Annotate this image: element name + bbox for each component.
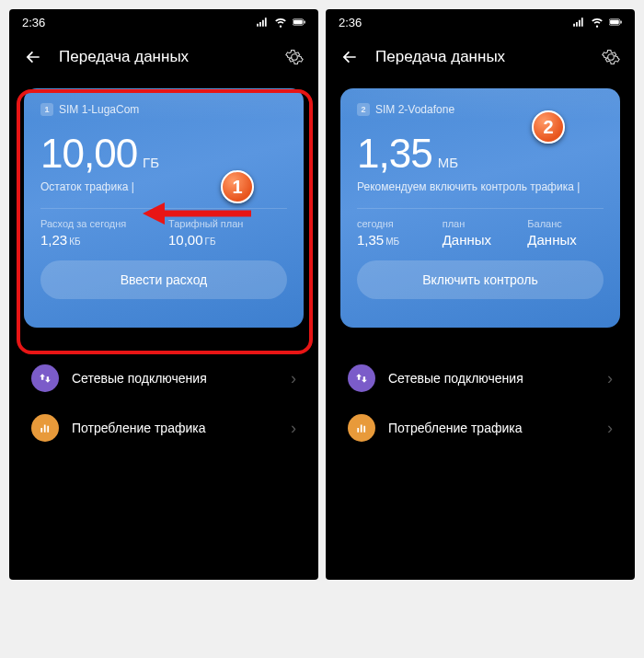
traffic-icon xyxy=(31,414,59,442)
stat-balance: Баланс Данных xyxy=(527,218,604,248)
page-title: Передача данных xyxy=(59,48,269,66)
divider xyxy=(357,208,604,209)
back-icon[interactable] xyxy=(24,48,42,66)
list-item-traffic[interactable]: Потребление трафика › xyxy=(31,403,296,453)
stat-label: план xyxy=(443,218,519,229)
chevron-right-icon: › xyxy=(607,419,613,438)
header: Передача данных xyxy=(326,35,635,79)
svg-rect-2 xyxy=(304,20,305,23)
stat-label: Расход за сегодня xyxy=(40,218,159,229)
card-action-label: Включить контроль xyxy=(422,272,538,287)
list-label: Сетевые подключения xyxy=(72,371,278,386)
stat-value: 10,00 xyxy=(168,232,203,248)
wifi-icon xyxy=(274,16,287,29)
stat-plan: план Данных xyxy=(443,218,519,248)
chevron-right-icon: › xyxy=(291,419,296,438)
page-title: Передача данных xyxy=(375,48,585,66)
stat-value: Данных xyxy=(527,232,576,248)
data-card-sim2[interactable]: 2 SIM 2-Vodafone 1,35 МБ Рекомендуем вкл… xyxy=(340,88,620,328)
clock: 2:36 xyxy=(22,16,45,29)
traffic-icon xyxy=(348,414,375,442)
phone-screen-2: 2:36 Передача данных 2 SIM 2-Vodafone 1,… xyxy=(326,9,635,580)
phone-screen-1: 2:36 Передача данных 1 SIM 1-LugaCom 10,… xyxy=(9,9,318,580)
list-label: Сетевые подключения xyxy=(388,371,594,386)
stat-label: Тарифный план xyxy=(168,218,287,229)
list-label: Потребление трафика xyxy=(72,421,278,435)
stat-today: сегодня 1,35МБ xyxy=(357,218,433,248)
back-icon[interactable] xyxy=(340,48,359,66)
battery-icon xyxy=(609,16,622,29)
card-action-label: Ввести расход xyxy=(121,272,208,287)
svg-rect-4 xyxy=(610,20,619,24)
list-item-network[interactable]: Сетевые подключения › xyxy=(31,353,296,403)
svg-rect-1 xyxy=(293,20,303,24)
statusbar: 2:36 xyxy=(9,9,318,35)
main-value: 1,35 МБ xyxy=(357,131,604,177)
chevron-right-icon: › xyxy=(291,369,296,388)
clock: 2:36 xyxy=(339,16,362,29)
data-card-sim1[interactable]: 1 SIM 1-LugaCom 10,00 ГБ Остаток трафика… xyxy=(24,88,304,328)
wifi-icon xyxy=(591,16,604,29)
gear-icon[interactable] xyxy=(602,48,620,66)
stat-today: Расход за сегодня 1,23КБ xyxy=(40,218,159,248)
list-item-traffic[interactable]: Потребление трафика › xyxy=(348,403,613,453)
stat-unit: КБ xyxy=(69,237,80,247)
sim-badge: 2 xyxy=(357,103,370,116)
gear-icon[interactable] xyxy=(285,48,304,66)
remaining-label: Остаток трафика | xyxy=(40,180,287,193)
value-number: 10,00 xyxy=(40,131,137,177)
stat-unit: МБ xyxy=(385,237,399,247)
sim-row: 1 SIM 1-LugaCom xyxy=(40,103,287,116)
value-unit: МБ xyxy=(438,155,458,170)
battery-icon xyxy=(293,16,305,29)
svg-rect-5 xyxy=(620,20,621,23)
card-action-button[interactable]: Включить контроль xyxy=(357,260,604,299)
signal-icon xyxy=(256,16,269,29)
stat-value: 1,35 xyxy=(357,232,384,248)
sim-name: SIM 1-LugaCom xyxy=(59,103,139,116)
sim-row: 2 SIM 2-Vodafone xyxy=(357,103,604,116)
signal-icon xyxy=(572,16,585,29)
divider xyxy=(40,208,287,209)
network-icon xyxy=(31,364,59,392)
sim-name: SIM 2-Vodafone xyxy=(375,103,454,116)
status-icons xyxy=(256,16,305,29)
statusbar: 2:36 xyxy=(326,9,635,35)
main-value: 10,00 ГБ xyxy=(40,131,287,177)
stat-label: сегодня xyxy=(357,218,433,229)
sim-badge: 1 xyxy=(40,103,53,116)
stat-unit: ГБ xyxy=(205,237,216,247)
list-item-network[interactable]: Сетевые подключения › xyxy=(348,353,613,403)
stat-plan: Тарифный план 10,00ГБ xyxy=(168,218,287,248)
stat-value: 1,23 xyxy=(40,232,67,248)
network-icon xyxy=(348,364,375,392)
header: Передача данных xyxy=(9,35,318,79)
list-label: Потребление трафика xyxy=(388,421,594,435)
chevron-right-icon: › xyxy=(607,369,613,388)
status-icons xyxy=(572,16,622,29)
card-action-button[interactable]: Ввести расход xyxy=(40,260,287,299)
remaining-label: Рекомендуем включить контроль трафика | xyxy=(357,180,604,193)
value-unit: ГБ xyxy=(143,155,159,170)
stat-value: Данных xyxy=(443,232,491,248)
value-number: 1,35 xyxy=(357,131,432,177)
stat-label: Баланс xyxy=(527,218,604,229)
